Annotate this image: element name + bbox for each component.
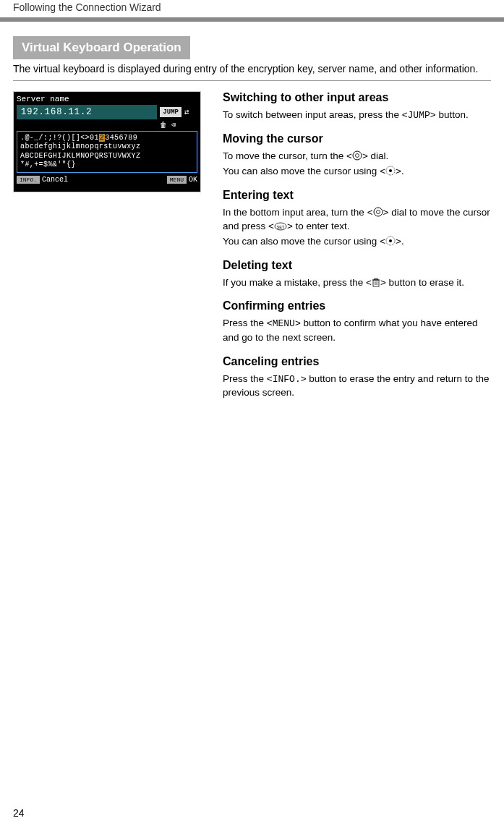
- t: >.: [396, 236, 404, 247]
- dial-icon: [373, 207, 383, 217]
- divider: [13, 80, 491, 81]
- text-moving-1: To move the cursor, turn the <> dial.: [223, 150, 491, 163]
- camera-screenshot: Server name 192.168.11.2 JUMP ⇄ 🗑 ⌫ .@-_…: [13, 91, 201, 192]
- t: You can also move the cursor using <: [223, 236, 385, 247]
- camera-menu-badge: MENU: [167, 176, 187, 184]
- t: You can also move the cursor using <: [223, 166, 385, 176]
- t: >.: [396, 166, 404, 176]
- svg-point-5: [376, 210, 380, 213]
- t: If you make a mistake, press the <: [223, 277, 372, 288]
- dial-icon: [352, 150, 362, 161]
- t: Press the <: [223, 318, 273, 328]
- heading-deleting: Deleting text: [223, 259, 491, 272]
- menu-label: MENU: [273, 318, 295, 329]
- jump-label: JUMP: [408, 110, 430, 121]
- svg-text:SET: SET: [277, 224, 285, 229]
- text-canceling: Press the <INFO.> button to erase the en…: [223, 372, 491, 400]
- svg-point-0: [353, 151, 362, 160]
- text-deleting: If you make a mistake, press the <> butt…: [223, 276, 491, 290]
- t: In the bottom input area, turn the <: [223, 207, 373, 218]
- grid-highlight: 2: [99, 134, 105, 142]
- camera-icon-row: 🗑 ⌫: [17, 121, 197, 129]
- t: > button to erase it.: [380, 277, 464, 288]
- heading-canceling: Canceling entries: [223, 355, 491, 368]
- page-number: 24: [13, 807, 25, 819]
- camera-info-badge: INFO.: [17, 176, 40, 184]
- text-switching: To switch between input areas, press the…: [223, 108, 491, 122]
- heading-confirming: Confirming entries: [223, 299, 491, 312]
- two-column-layout: Server name 192.168.11.2 JUMP ⇄ 🗑 ⌫ .@-_…: [13, 91, 491, 401]
- set-icon: SET: [274, 222, 287, 231]
- camera-label: Server name: [17, 95, 197, 103]
- page-header: Following the Connection Wizard: [0, 0, 504, 17]
- text-entering-1: In the bottom input area, turn the <> di…: [223, 206, 491, 234]
- heading-moving: Moving the cursor: [223, 132, 491, 145]
- left-column: Server name 192.168.11.2 JUMP ⇄ 🗑 ⌫ .@-_…: [13, 91, 201, 401]
- t: > to enter text.: [287, 221, 350, 231]
- camera-cancel: Cancel: [42, 176, 68, 184]
- t: To move the cursor, turn the <: [223, 150, 352, 161]
- svg-rect-12: [375, 278, 377, 280]
- text-confirming: Press the <MENU> button to confirm what …: [223, 317, 491, 344]
- trash-icon: [372, 277, 380, 287]
- content-area: Virtual Keyboard Operation The virtual k…: [0, 22, 504, 401]
- grid-row4: *#,+=$%&'"{}: [20, 161, 194, 170]
- switch-icon: ⇄: [184, 107, 189, 116]
- camera-jump-button: JUMP: [160, 107, 181, 117]
- grid-row2: abcdefghijklmnopqrstuvwxyz: [20, 142, 194, 152]
- t: To switch between input areas, press the…: [223, 109, 408, 120]
- camera-ip-field: 192.168.11.2: [17, 105, 157, 119]
- intro-text: The virtual keyboard is displayed during…: [13, 62, 491, 76]
- info-label: INFO.: [273, 374, 301, 385]
- svg-point-1: [355, 154, 359, 158]
- heading-entering: Entering text: [223, 189, 491, 202]
- t: Press the <: [223, 373, 273, 384]
- text-moving-2: You can also move the cursor using <>.: [223, 165, 491, 179]
- multicontroller-icon: [385, 166, 396, 176]
- camera-ok: OK: [189, 176, 197, 184]
- grid-row1a: .@-_/:;!?()[]<>01: [20, 134, 99, 142]
- svg-point-4: [374, 208, 383, 216]
- t: > dial.: [362, 150, 388, 161]
- camera-footer: INFO.Cancel MENUOK: [17, 176, 197, 184]
- svg-point-9: [389, 239, 392, 242]
- right-column: Switching to other input areas To switch…: [223, 91, 491, 401]
- multicontroller-icon: [385, 236, 396, 246]
- t: > button.: [430, 109, 469, 120]
- section-title: Virtual Keyboard Operation: [13, 36, 190, 59]
- grid-row1b: 3456789: [105, 134, 137, 142]
- text-entering-2: You can also move the cursor using <>.: [223, 235, 491, 249]
- camera-char-grid: .@-_/:;!?()[]<>0123456789 abcdefghijklmn…: [17, 131, 197, 173]
- grid-row3: ABCDEFGHIJKLMNOPQRSTUVWXYZ: [20, 152, 194, 161]
- heading-switching: Switching to other input areas: [223, 91, 491, 104]
- svg-point-3: [389, 169, 392, 172]
